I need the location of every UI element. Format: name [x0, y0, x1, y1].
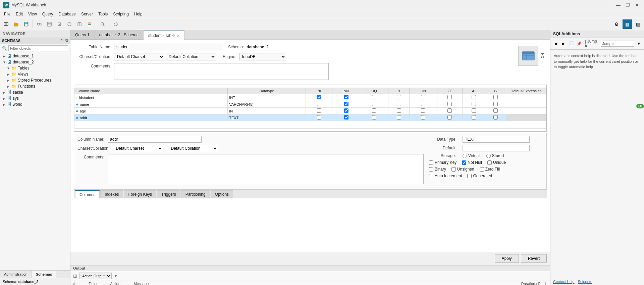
col-un-cell[interactable]	[410, 101, 437, 108]
unique-checkbox[interactable]	[487, 160, 492, 165]
col-b-cell[interactable]	[388, 108, 410, 114]
sql-pin-button[interactable]: 📌	[576, 40, 582, 47]
table-row-addr[interactable]: ◆ addr TEXT	[74, 114, 546, 121]
col-zf-cell[interactable]	[437, 101, 463, 108]
col-b-cell[interactable]	[388, 114, 410, 121]
col-pk-cell[interactable]	[306, 94, 332, 101]
col-ai-cell[interactable]	[463, 94, 485, 101]
col-b-cell[interactable]	[388, 94, 410, 101]
uq-checkbox[interactable]	[372, 95, 376, 99]
charset-select[interactable]: Default Charset	[114, 53, 164, 60]
datatype-input[interactable]	[463, 136, 530, 143]
storage-virtual-radio[interactable]: Virtual	[463, 153, 480, 158]
ai-checkbox[interactable]	[472, 95, 476, 99]
folder-procedures[interactable]: ▶ 📁 Stored Procedures	[0, 77, 70, 83]
col-g-cell[interactable]	[485, 108, 506, 114]
un-checkbox[interactable]	[421, 115, 425, 120]
col-zf-cell[interactable]	[437, 108, 463, 114]
binary-checkbox[interactable]	[429, 167, 433, 172]
sql-forward-button[interactable]: ▶	[560, 40, 567, 47]
tab-schema[interactable]: database_2 - Schema	[95, 30, 144, 40]
table-row[interactable]: ◆ age INT	[74, 108, 546, 114]
schema-sakila[interactable]: ▶ 🗄 sakila	[0, 89, 70, 95]
jump-dropdown-btn[interactable]: ▼	[636, 40, 642, 47]
schema-database2[interactable]: ▼ 🗄 database_2	[0, 59, 70, 65]
menu-help[interactable]: Help	[131, 11, 145, 17]
ai-checkbox[interactable]	[472, 108, 476, 113]
col-g-cell[interactable]	[485, 94, 506, 101]
b-checkbox[interactable]	[397, 95, 401, 99]
schema-database1[interactable]: ▶ 🗄 database_1	[0, 53, 70, 59]
toolbar-search[interactable]	[98, 19, 107, 29]
revert-button[interactable]: Revert	[521, 254, 547, 263]
ai-checkbox-label[interactable]: Auto Increment	[429, 174, 462, 178]
close-button[interactable]: ✕	[633, 2, 641, 8]
default-input[interactable]	[463, 145, 530, 151]
menu-scripting[interactable]: Scripting	[110, 11, 131, 17]
storage-stored-radio[interactable]: Stored	[486, 153, 504, 158]
snippets-tab[interactable]: Snippets	[578, 280, 592, 284]
col-nn-cell[interactable]	[332, 101, 360, 108]
apply-button[interactable]: Apply	[495, 254, 519, 263]
nn-checkbox[interactable]	[344, 108, 348, 113]
pk-checkbox[interactable]	[317, 102, 321, 106]
primary-key-checkbox[interactable]	[429, 160, 433, 165]
col-un-cell[interactable]	[410, 94, 437, 101]
col-uq-cell[interactable]	[360, 108, 388, 114]
context-help-tab[interactable]: Context Help	[553, 280, 575, 284]
maximize-button[interactable]: ❐	[623, 2, 632, 8]
nn-checkbox[interactable]	[344, 102, 348, 106]
table-comments-input[interactable]	[114, 63, 329, 80]
g-checkbox[interactable]	[493, 95, 498, 99]
col-nn-cell[interactable]	[332, 94, 360, 101]
un-checkbox[interactable]	[421, 102, 425, 106]
menu-file[interactable]: File	[1, 11, 13, 17]
col-ai-cell[interactable]	[463, 101, 485, 108]
col-g-cell[interactable]	[485, 114, 506, 121]
ai-checkbox[interactable]	[472, 115, 476, 120]
tab-query1[interactable]: Query 1	[70, 30, 95, 40]
tab-triggers[interactable]: Triggers	[157, 190, 180, 198]
folder-functions[interactable]: ▶ 📁 Functions	[0, 83, 70, 89]
tab-schemas[interactable]: Schemas	[32, 271, 56, 278]
toolbar-layout1[interactable]: ▦	[623, 19, 632, 29]
col-name-detail-input[interactable]	[108, 136, 202, 143]
uq-checkbox[interactable]	[372, 108, 376, 113]
output-dropdown-icon[interactable]: ▼	[114, 274, 118, 278]
unique-checkbox-label[interactable]: Unique	[487, 160, 506, 165]
sql-doc-button[interactable]: 📄	[568, 40, 575, 47]
not-null-checkbox[interactable]	[462, 160, 466, 165]
close-tab-icon[interactable]: ✕	[177, 34, 179, 38]
pk-checkbox-label[interactable]: Primary Key	[429, 160, 457, 165]
tab-foreign-keys[interactable]: Foreign Keys	[124, 190, 156, 198]
toolbar-layout2[interactable]: ▤	[633, 19, 643, 29]
uq-checkbox[interactable]	[372, 115, 376, 120]
col-uq-cell[interactable]	[360, 114, 388, 121]
zf-checkbox[interactable]	[447, 108, 452, 113]
generated-checkbox[interactable]	[467, 174, 472, 178]
collation-select[interactable]: Default Collation	[166, 53, 216, 60]
pk-checkbox[interactable]	[317, 108, 321, 113]
uq-checkbox[interactable]	[372, 102, 376, 106]
virtual-radio-input[interactable]	[463, 154, 467, 158]
nn-checkbox[interactable]	[344, 95, 348, 99]
menu-database[interactable]: Database	[56, 11, 78, 17]
col-nn-cell[interactable]	[332, 114, 360, 121]
pk-checkbox[interactable]	[317, 115, 321, 120]
schema-world[interactable]: ▶ 🗄 world	[0, 101, 70, 107]
zerofill-checkbox[interactable]	[480, 167, 484, 172]
col-pk-cell[interactable]	[306, 108, 332, 114]
col-un-cell[interactable]	[410, 114, 437, 121]
schema-sys[interactable]: ▶ 🗄 sys	[0, 95, 70, 101]
col-nn-cell[interactable]	[332, 108, 360, 114]
zf-checkbox[interactable]	[447, 95, 452, 99]
un-checkbox[interactable]	[421, 108, 425, 113]
table-row[interactable]: ⬥ idstudent INT	[74, 94, 546, 101]
stored-radio-input[interactable]	[486, 154, 491, 158]
table-name-input[interactable]	[114, 44, 221, 50]
toolbar-connect[interactable]	[35, 19, 44, 29]
nn-checkbox[interactable]	[344, 115, 348, 120]
detail-collation-select[interactable]: Default Collation	[168, 145, 218, 152]
tab-administration[interactable]: Administration	[0, 271, 32, 278]
b-checkbox[interactable]	[397, 115, 401, 120]
